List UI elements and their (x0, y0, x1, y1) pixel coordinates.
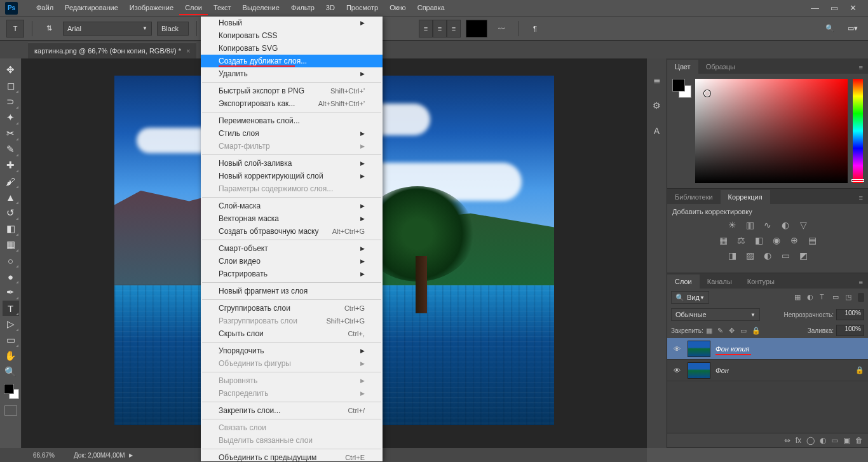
invert-icon[interactable]: ◨ (726, 250, 738, 261)
path-select-tool[interactable]: ▷ (3, 316, 19, 332)
panel-menu-icon[interactable]: ≡ (854, 276, 868, 289)
type-tool[interactable]: T (3, 301, 19, 316)
lock-artboard-icon[interactable]: ▭ (740, 327, 749, 335)
tool-preset-icon[interactable]: T (6, 20, 24, 37)
maximize-button[interactable]: ▭ (831, 3, 838, 13)
zoom-level[interactable]: 66,67% (33, 452, 55, 459)
menu-item[interactable]: Закрепить слои...Ctrl+/ (201, 404, 383, 417)
filter-pixel-icon[interactable]: ▦ (794, 293, 803, 302)
text-color-swatch[interactable] (466, 20, 487, 37)
color-field[interactable] (695, 79, 848, 183)
eraser-tool[interactable]: ◧ (3, 221, 19, 236)
color-balance-icon[interactable]: ⚖ (735, 234, 747, 246)
move-tool[interactable]: ✥ (3, 62, 19, 78)
channel-mixer-icon[interactable]: ⊕ (789, 234, 800, 246)
fill-input[interactable]: 100% (836, 325, 864, 336)
bw-icon[interactable]: ◧ (753, 234, 764, 246)
search-icon[interactable]: 🔍 (821, 20, 839, 37)
menu-3d[interactable]: 3D (320, 1, 341, 15)
tab-paths[interactable]: Контуры (740, 275, 782, 289)
menu-item[interactable]: Векторная маска▶ (201, 212, 383, 225)
tab-swatches[interactable]: Образцы (698, 60, 743, 74)
text-orientation-icon[interactable]: ⇅ (40, 20, 58, 37)
align-right-icon[interactable]: ≡ (447, 20, 461, 37)
layer-mask-icon[interactable]: ◯ (806, 436, 815, 445)
history-panel-icon[interactable]: ≣ (651, 74, 663, 86)
menu-выделение[interactable]: Выделение (237, 1, 285, 15)
brightness-icon[interactable]: ☀ (726, 219, 738, 231)
menu-item[interactable]: Упорядочить▶ (201, 344, 383, 357)
menu-слои[interactable]: Слои (179, 1, 208, 15)
brush-tool[interactable]: 🖌 (3, 173, 19, 189)
pen-tool[interactable]: ✒ (3, 285, 19, 300)
menu-окно[interactable]: Окно (384, 1, 412, 15)
character-panel-icon[interactable]: A (651, 125, 663, 137)
tab-color[interactable]: Цвет (667, 60, 698, 74)
hue-icon[interactable]: ▦ (717, 234, 729, 246)
menu-item[interactable]: Удалить▶ (201, 67, 383, 80)
lookup-icon[interactable]: ▤ (806, 234, 818, 246)
panel-menu-icon[interactable]: ≡ (854, 61, 868, 74)
filter-type-icon[interactable]: T (820, 293, 829, 302)
menu-текст[interactable]: Текст (208, 1, 237, 15)
quick-mask-icon[interactable] (4, 405, 17, 416)
zoom-tool[interactable]: 🔍 (3, 364, 19, 379)
layer-row[interactable]: 👁Фон копия (667, 338, 868, 360)
lock-pixels-icon[interactable]: ✎ (717, 327, 726, 335)
workspace-switcher-icon[interactable]: ▭▾ (844, 20, 862, 37)
menu-item[interactable]: Создать дубликат слоя... (201, 55, 383, 67)
layer-name[interactable]: Фон копия (715, 345, 749, 353)
filter-toggle-icon[interactable] (858, 293, 864, 302)
menu-item[interactable]: Стиль слоя▶ (201, 127, 383, 140)
menu-item[interactable]: Копировать CSS (201, 29, 383, 42)
rectangle-tool[interactable]: ▭ (3, 332, 19, 348)
menu-item[interactable]: Копировать SVG (201, 42, 383, 55)
menu-просмотр[interactable]: Просмотр (341, 1, 384, 15)
tab-libraries[interactable]: Библиотеки (667, 190, 721, 204)
layer-row[interactable]: 👁Фон🔒 (667, 360, 868, 381)
layer-filter-dropdown[interactable]: 🔍 Вид▼ (671, 291, 709, 304)
new-layer-icon[interactable]: ▣ (843, 436, 850, 445)
photo-filter-icon[interactable]: ◉ (771, 234, 782, 246)
crop-tool[interactable]: ✂ (3, 126, 19, 141)
filter-smart-icon[interactable]: ◳ (845, 293, 854, 302)
lasso-tool[interactable]: ⊃ (3, 94, 19, 109)
menu-item[interactable]: Новый корректирующий слой▶ (201, 170, 383, 182)
gradient-map-icon[interactable]: ▭ (780, 250, 791, 261)
gradient-tool[interactable]: ▦ (3, 237, 19, 252)
lock-transparency-icon[interactable]: ▦ (706, 327, 715, 335)
tab-layers[interactable]: Слои (667, 275, 700, 289)
menu-справка[interactable]: Справка (412, 1, 451, 15)
new-group-icon[interactable]: ▭ (831, 436, 838, 445)
selective-color-icon[interactable]: ◩ (797, 250, 809, 261)
layer-style-icon[interactable]: fx (796, 436, 801, 445)
vibrance-icon[interactable]: ▽ (797, 219, 809, 231)
menu-файл[interactable]: Файл (31, 1, 59, 15)
color-swatches[interactable] (1, 383, 20, 402)
filter-shape-icon[interactable]: ▭ (832, 293, 841, 302)
curves-icon[interactable]: ∿ (762, 219, 773, 231)
visibility-icon[interactable]: 👁 (671, 367, 682, 374)
eyedropper-tool[interactable]: ✎ (3, 142, 19, 157)
close-tab-icon[interactable]: × (186, 47, 190, 55)
levels-icon[interactable]: ▥ (744, 219, 756, 231)
healing-tool[interactable]: ✚ (3, 158, 19, 173)
threshold-icon[interactable]: ◐ (762, 250, 773, 261)
align-left-icon[interactable]: ≡ (419, 20, 433, 37)
layer-name[interactable]: Фон (715, 367, 729, 374)
blur-tool[interactable]: ○ (3, 253, 19, 268)
quick-select-tool[interactable]: ✦ (3, 110, 19, 125)
lock-all-icon[interactable]: 🔒 (752, 327, 761, 335)
marquee-tool[interactable]: ◻ (3, 78, 19, 93)
menu-item[interactable]: Переименовать слой... (201, 114, 383, 127)
menu-item[interactable]: Новый▶ (201, 17, 383, 29)
properties-panel-icon[interactable]: ⚙ (651, 99, 663, 112)
menu-изображение[interactable]: Изображение (124, 1, 179, 15)
exposure-icon[interactable]: ◐ (780, 219, 791, 231)
delete-layer-icon[interactable]: 🗑 (855, 436, 863, 445)
align-center-icon[interactable]: ≡ (433, 20, 447, 37)
font-style-dropdown[interactable]: Black (157, 22, 189, 36)
menu-item[interactable]: Скрыть слоиCtrl+, (201, 327, 383, 340)
dodge-tool[interactable]: ● (3, 269, 19, 284)
visibility-icon[interactable]: 👁 (671, 345, 682, 353)
